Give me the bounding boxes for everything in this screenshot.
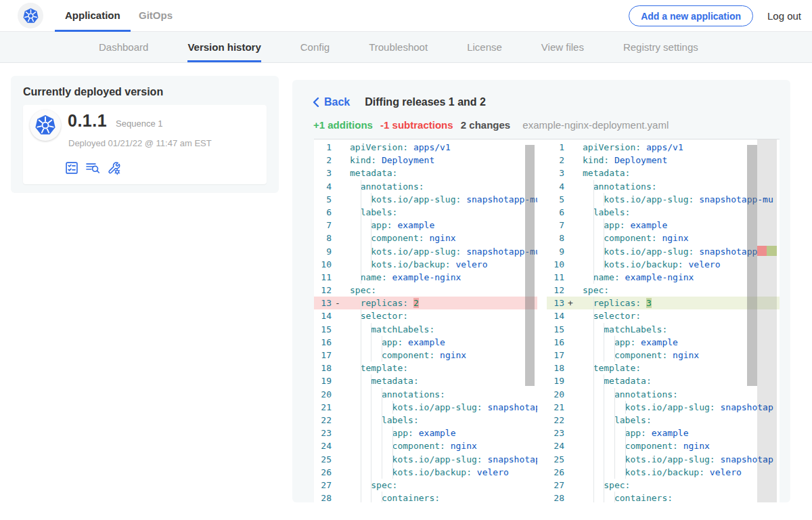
code-line: 28containers: [547, 492, 780, 502]
diff-sign [564, 479, 583, 492]
diff-sign [332, 374, 350, 387]
diff-sign [564, 154, 583, 167]
sequence-label: Sequence 1 [116, 118, 162, 129]
indent-guide [604, 349, 604, 362]
subnav-tab-version-history[interactable]: Version history [187, 32, 261, 62]
diff-sign [332, 362, 350, 374]
add-application-button[interactable]: Add a new application [629, 5, 753, 26]
indent-guide [593, 349, 594, 362]
code-line: 25kots.io/app-slug: snapshotap [547, 453, 780, 466]
diff-sign [564, 492, 583, 502]
line-number: 16 [547, 336, 564, 349]
indent-guide [593, 453, 594, 466]
app-logo[interactable] [18, 3, 43, 28]
diff-sign [564, 258, 583, 271]
deployed-card-title: Currently deployed version [23, 86, 163, 98]
line-number: 8 [547, 232, 564, 244]
diff-sign [564, 323, 583, 336]
diff-sign [332, 492, 350, 502]
diff-sign [332, 401, 350, 414]
diff-sign [564, 388, 583, 401]
scrollbar-thumb-left[interactable] [525, 145, 535, 386]
line-number: 12 [314, 284, 332, 297]
line-number: 17 [547, 349, 564, 362]
view-files-icon[interactable] [85, 160, 100, 175]
indent-guide [371, 336, 371, 349]
indent-guide [625, 427, 626, 439]
code-line: 28containers: [314, 492, 537, 502]
indent-guide [371, 349, 371, 362]
deployed-timestamp: Deployed 01/21/22 @ 11:47 am EST [68, 138, 212, 148]
scrollbar-thumb-right[interactable] [747, 145, 757, 386]
indent-guide [392, 401, 393, 414]
code-line: 15matchLabels: [547, 323, 780, 336]
subnav-tab-registry-settings[interactable]: Registry settings [623, 32, 698, 62]
preflight-checks-icon[interactable] [64, 160, 79, 175]
line-number: 2 [547, 154, 564, 167]
diff-sign [564, 466, 583, 479]
code-line: 12spec: [547, 284, 780, 297]
indent-guide [593, 414, 594, 427]
line-number: 22 [547, 414, 564, 427]
code-line: 16app: example [547, 336, 780, 349]
indent-guide [604, 492, 604, 502]
indent-guide [382, 401, 382, 414]
subnav-tab-view-files[interactable]: View files [541, 32, 584, 62]
diff-sign [332, 193, 350, 206]
indent-guide [392, 427, 393, 439]
indent-guide [593, 388, 594, 401]
subnav-tab-troubleshoot[interactable]: Troubleshoot [369, 32, 428, 62]
subnav-tab-license[interactable]: License [467, 32, 502, 62]
indent-guide [593, 362, 594, 374]
indent-guide [382, 427, 382, 439]
line-number: 14 [547, 309, 564, 322]
code-line: 21kots.io/app-slug: snapshotap [314, 401, 537, 414]
subnav-tab-config[interactable]: Config [300, 32, 330, 62]
indent-guide [593, 323, 594, 336]
diff-sign [564, 232, 583, 244]
logout-link[interactable]: Log out [767, 0, 801, 32]
line-number: 20 [314, 388, 332, 401]
code-line: 18template: [314, 362, 537, 374]
line-number: 9 [314, 245, 332, 258]
diff-pane-right[interactable]: 1apiVersion: apps/v12kind: Deployment3me… [547, 139, 780, 502]
diff-sign [564, 439, 583, 452]
diff-sign [564, 271, 583, 284]
indent-guide [361, 219, 361, 232]
indent-guide [371, 492, 371, 502]
edit-config-icon[interactable] [106, 160, 121, 175]
diff-sign [332, 453, 350, 466]
indent-guide [382, 439, 382, 452]
line-number: 3 [547, 167, 564, 179]
code-line: 11name: example-nginx [547, 271, 780, 284]
diff-sign [564, 245, 583, 258]
diff-stats: +1 additions -1 subtractions 2 changes e… [313, 119, 669, 131]
line-number: 26 [314, 466, 332, 479]
code-line: 1apiVersion: apps/v1 [547, 141, 780, 154]
indent-guide [382, 388, 382, 401]
line-number: 4 [547, 180, 564, 193]
diff-sign [332, 323, 350, 336]
indent-guide [614, 336, 615, 349]
line-number: 5 [314, 193, 332, 206]
line-number: 17 [314, 349, 332, 362]
code-line: 15matchLabels: [314, 323, 537, 336]
indent-guide [593, 374, 594, 387]
subnav-tab-dashboard[interactable]: Dashboard [99, 32, 148, 62]
tab-gitops[interactable]: GitOps [129, 0, 183, 32]
code-line: 1apiVersion: apps/v1 [314, 141, 537, 154]
diff-sign [332, 414, 350, 427]
additions-count: +1 additions [313, 119, 373, 131]
indent-guide [614, 401, 615, 414]
line-number: 25 [547, 453, 564, 466]
code-lines-left: 1apiVersion: apps/v12kind: Deployment3me… [314, 141, 537, 502]
code-line: 2kind: Deployment [547, 154, 780, 167]
indent-guide [361, 479, 361, 492]
back-button[interactable]: Back [313, 96, 350, 108]
code-line: 14selector: [314, 309, 537, 322]
tab-application[interactable]: Application [55, 0, 131, 32]
diff-pane-left[interactable]: 1apiVersion: apps/v12kind: Deployment3me… [314, 139, 537, 502]
code-line: 22labels: [314, 414, 537, 427]
indent-guide [593, 309, 594, 322]
code-line: 6labels: [547, 206, 780, 219]
